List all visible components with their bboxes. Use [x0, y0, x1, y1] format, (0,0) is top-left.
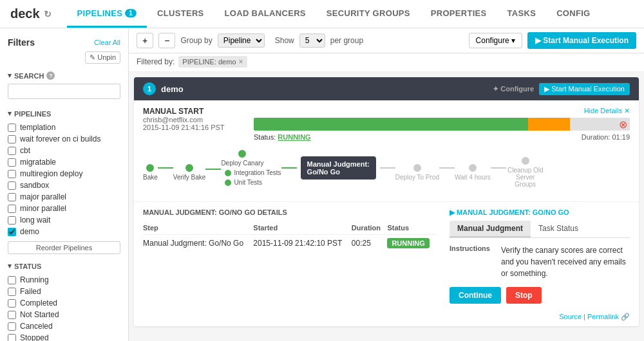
- filtered-by-label: Filtered by:: [137, 57, 175, 66]
- cleanup-circle: [522, 157, 529, 165]
- pipelines-section: ▾ PIPELINES templation wait forever on c…: [0, 106, 128, 258]
- manual-start-info: MANUAL START chrisb@netflix.com 2015-11-…: [143, 107, 246, 131]
- verify-bake-label: Verify Bake: [173, 174, 206, 181]
- filter-tag-close[interactable]: ×: [239, 57, 243, 66]
- tab-task-status[interactable]: Task Status: [531, 221, 586, 237]
- flow-node-deploy-to-prod: Deploy To Prod: [395, 164, 439, 181]
- tab-pipelines[interactable]: PIPELINES 1: [67, 0, 147, 28]
- show-select[interactable]: 5: [299, 33, 325, 48]
- search-section-title[interactable]: ▾ SEARCH ?: [8, 71, 120, 80]
- pipeline-group-header: 1 demo ✦ Configure ▶ Start Manual Execut…: [134, 77, 639, 100]
- pipeline-item-templation[interactable]: templation: [8, 122, 120, 133]
- filter-tag-text: PIPELINE: demo: [182, 58, 236, 66]
- pipeline-filter-tag: PIPELINE: demo ×: [178, 56, 247, 68]
- refresh-icon[interactable]: ↻: [44, 9, 52, 19]
- manual-start-row: MANUAL START chrisb@netflix.com 2015-11-…: [134, 100, 639, 143]
- show-label: Show: [275, 36, 294, 45]
- progress-close-button[interactable]: ⊗: [616, 118, 630, 131]
- filter-bar: Filtered by: PIPELINE: demo ×: [129, 53, 644, 72]
- tab-properties[interactable]: PROPERTIES: [421, 0, 497, 28]
- bake-label: Bake: [143, 174, 158, 181]
- pipeline-item-major-parallel[interactable]: major parallel: [8, 191, 120, 203]
- group-name: demo: [161, 84, 184, 94]
- main-layout: Filters Clear All ✎ Unpin ▾ SEARCH ? ▾ P…: [0, 28, 644, 341]
- content-area: + − Group by Pipeline Show 5 per group C…: [129, 28, 644, 341]
- verify-bake-circle: [185, 164, 193, 172]
- status-running[interactable]: Running: [8, 274, 120, 286]
- col-started: Started: [253, 221, 352, 235]
- status-canceled[interactable]: Canceled: [8, 320, 120, 332]
- status-running-link[interactable]: RUNNING: [278, 133, 310, 141]
- configure-button[interactable]: Configure ▾: [469, 33, 522, 48]
- pipeline-item-minor-parallel[interactable]: minor parallel: [8, 203, 120, 214]
- tab-manual-judgment[interactable]: Manual Judgment: [450, 221, 531, 237]
- tab-load-balancers[interactable]: LOAD BALANCERS: [214, 0, 316, 28]
- tab-tasks[interactable]: TASKS: [497, 0, 547, 28]
- pipeline-item-cbt[interactable]: cbt: [8, 145, 120, 156]
- permalink-link[interactable]: Permalink: [587, 313, 619, 320]
- instructions-text: Verify the canary scores are correct and…: [501, 244, 630, 279]
- flow-node-bake: Bake: [143, 164, 158, 181]
- row-step: Manual Judgment: Go/No Go: [143, 235, 253, 252]
- instructions-row: Instructions Verify the canary scores ar…: [450, 244, 630, 279]
- running-badge: RUNNING: [387, 238, 429, 248]
- clear-all-link[interactable]: Clear All: [94, 39, 120, 46]
- pipelines-section-title[interactable]: ▾ PIPELINES: [8, 109, 120, 118]
- group-by-select[interactable]: Pipeline: [218, 33, 265, 48]
- continue-button[interactable]: Continue: [450, 287, 501, 304]
- nav-tabs: PIPELINES 1 CLUSTERS LOAD BALANCERS SECU…: [67, 0, 601, 28]
- deploy-canary-circle: [238, 150, 246, 158]
- progress-section: Hide Details ✕ ⊗ Status: RUNNING: [254, 107, 630, 141]
- hide-details-link[interactable]: Hide Details ✕: [584, 107, 630, 115]
- sidebar-header: Filters Clear All: [0, 33, 128, 50]
- tab-clusters[interactable]: CLUSTERS: [147, 0, 214, 28]
- arrow-canary-manual: [281, 167, 297, 169]
- remove-button[interactable]: −: [158, 33, 175, 48]
- flow-node-unit-tests: Unit Tests: [225, 179, 281, 186]
- unit-tests-label: Unit Tests: [234, 179, 262, 186]
- tab-security-groups[interactable]: SECURITY GROUPS: [316, 0, 421, 28]
- pipeline-item-wait-forever[interactable]: wait forever on ci builds: [8, 133, 120, 145]
- status-stopped[interactable]: Stopped: [8, 332, 120, 341]
- tab-config[interactable]: CONFIG: [546, 0, 600, 28]
- pipeline-item-demo[interactable]: demo: [8, 226, 120, 237]
- row-started: 2015-11-09 21:42:10 PST: [253, 235, 352, 252]
- pipeline-item-migratable[interactable]: migratable: [8, 156, 120, 168]
- logo: deck ↻: [10, 6, 52, 21]
- permalink-icon: 🔗: [621, 313, 630, 320]
- filters-title: Filters: [8, 37, 35, 48]
- integration-tests-circle: [225, 170, 231, 176]
- info-icon: ?: [46, 71, 55, 80]
- start-manual-execution-button[interactable]: ▶ Start Manual Execution: [527, 32, 636, 49]
- status-not-started[interactable]: Not Started: [8, 309, 120, 320]
- unpin-button[interactable]: ✎ Unpin: [85, 51, 120, 64]
- flow-node-manual-judgment: Manual Judgment:Go/No Go: [301, 156, 376, 180]
- group-configure[interactable]: ✦ Configure: [493, 85, 534, 93]
- status-completed[interactable]: Completed: [8, 297, 120, 309]
- pipeline-item-long-wait[interactable]: long wait: [8, 214, 120, 226]
- details-section: MANUAL JUDGMENT: GO/NO GO DETAILS Step S…: [134, 201, 639, 310]
- deploy-to-prod-circle: [413, 164, 421, 172]
- arrow-deploy-wait: [439, 167, 455, 169]
- status-section-title[interactable]: ▾ STATUS: [8, 262, 120, 270]
- manual-start-title: MANUAL START: [143, 107, 246, 116]
- status-row: Status: RUNNING Duration: 01:19: [254, 133, 630, 141]
- stop-button[interactable]: Stop: [506, 287, 542, 304]
- progress-bar: ⊗: [254, 118, 630, 131]
- deploy-to-prod-label: Deploy To Prod: [395, 174, 439, 181]
- status-failed[interactable]: Failed: [8, 286, 120, 297]
- progress-bar-yellow: [528, 118, 569, 131]
- group-start-manual-button[interactable]: ▶ Start Manual Execution: [539, 83, 630, 95]
- add-button[interactable]: +: [137, 33, 153, 48]
- arrow-wait-cleanup: [491, 167, 506, 169]
- status-prefix: Status: RUNNING: [254, 133, 311, 141]
- search-input[interactable]: [8, 84, 120, 99]
- pipeline-item-multiregion[interactable]: multiregion deploy: [8, 168, 120, 180]
- pipeline-item-sandbox[interactable]: sandbox: [8, 180, 120, 191]
- pipeline-group: 1 demo ✦ Configure ▶ Start Manual Execut…: [134, 77, 639, 326]
- source-link[interactable]: Source: [559, 313, 582, 320]
- col-step: Step: [143, 221, 253, 235]
- judgment-tabs: Manual Judgment Task Status: [450, 221, 630, 238]
- reorder-pipelines-button[interactable]: Reorder Pipelines: [8, 241, 120, 254]
- duration-label: Duration: 01:19: [582, 133, 630, 141]
